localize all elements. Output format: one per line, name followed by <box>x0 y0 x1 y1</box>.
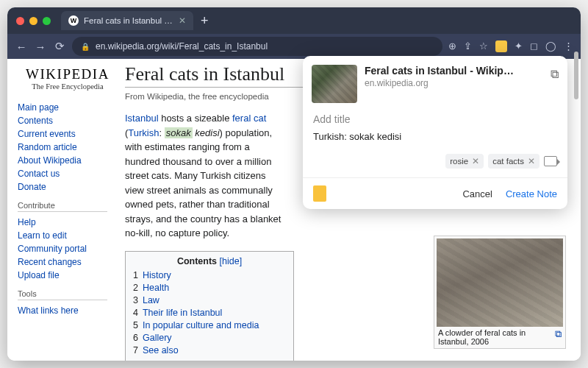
toolbar: ← → ⟳ 🔒 en.wikipedia.org/wiki/Feral_cats… <box>7 34 581 59</box>
toolbar-icons: ⊕ ⇪ ☆ ✦ ◻ ◯ ⋮ <box>448 40 573 52</box>
sidebar-link[interactable]: Community portal <box>18 242 118 255</box>
toc-link[interactable]: See also <box>143 345 179 355</box>
sidebar-link[interactable]: Random article <box>18 141 118 154</box>
table-of-contents: Contents [hide] 1History2Health3Law4Thei… <box>125 251 294 361</box>
wikipedia-logo[interactable]: WIKIPEDIA <box>18 66 118 82</box>
minimize-window[interactable] <box>29 17 37 25</box>
sidebar-link[interactable]: Contact us <box>18 167 118 180</box>
sidebar-link[interactable]: Help <box>18 216 118 229</box>
address-bar[interactable]: 🔒 en.wikipedia.org/wiki/Feral_cats_in_Is… <box>72 37 442 56</box>
close-tab-icon[interactable]: ✕ <box>179 15 186 26</box>
tag-chip[interactable]: rosie✕ <box>445 154 484 169</box>
note-body-text[interactable]: Turkish: sokak kedisi <box>313 131 557 142</box>
link-istanbul[interactable]: Istanbul <box>125 113 159 124</box>
sidebar-head-tools: Tools <box>18 289 107 300</box>
sidebar-link[interactable]: Main page <box>18 101 118 114</box>
toc-item: 7See also <box>133 344 286 357</box>
share-icon[interactable]: ⇪ <box>464 40 472 52</box>
sidebar-link[interactable]: Recent changes <box>18 255 118 269</box>
cancel-button[interactable]: Cancel <box>462 188 492 199</box>
sidebar-link[interactable]: What links here <box>18 304 118 317</box>
toc-item: 1History <box>133 269 286 282</box>
keep-extension-icon[interactable] <box>495 40 507 52</box>
toc-item: 3Law <box>133 294 286 307</box>
toc-link[interactable]: In popular culture and media <box>143 320 259 330</box>
note-title-input[interactable]: Add title <box>313 113 557 125</box>
popup-scrollbar[interactable] <box>574 52 578 99</box>
note-source-domain: en.wikipedia.org <box>365 78 543 88</box>
toc-item: 5In popular culture and media <box>133 319 286 332</box>
add-tag-icon[interactable] <box>544 156 557 166</box>
toc-hide-link[interactable]: [hide] <box>220 256 243 266</box>
wikipedia-sidebar: WIKIPEDIA The Free Encyclopedia Main pag… <box>7 59 118 361</box>
enlarge-icon[interactable]: ⧉ <box>555 328 562 346</box>
tag-chip[interactable]: cat facts✕ <box>488 154 539 169</box>
toc-link[interactable]: Law <box>143 295 159 305</box>
reload-button[interactable]: ⟳ <box>53 40 66 53</box>
window-controls <box>16 17 51 25</box>
titlebar: W Feral cats in Istanbul - Wikipe… ✕ + <box>7 7 581 34</box>
extensions-puzzle-icon[interactable]: ✦ <box>514 40 523 52</box>
toc-item: 6Gallery <box>133 332 286 344</box>
lock-icon: 🔒 <box>81 43 90 51</box>
link-turkish[interactable]: Turkish <box>128 127 159 138</box>
article-image[interactable] <box>437 238 563 327</box>
apps-icon[interactable]: ◻ <box>530 40 538 52</box>
forward-button[interactable]: → <box>34 40 47 53</box>
note-thumbnail <box>312 65 357 103</box>
sidebar-link[interactable]: Learn to edit <box>18 229 118 242</box>
browser-window: W Feral cats in Istanbul - Wikipe… ✕ + ←… <box>7 7 581 361</box>
menu-icon[interactable]: ⋮ <box>564 40 573 52</box>
toc-title: Contents [hide] <box>133 256 286 266</box>
sidebar-link[interactable]: Contents <box>18 114 118 127</box>
note-source-title: Feral cats in Istanbul - Wikip… <box>365 65 543 77</box>
link-feral-cat[interactable]: feral cat <box>232 113 266 124</box>
maximize-window[interactable] <box>43 17 51 25</box>
sidebar-link[interactable]: Current events <box>18 127 118 141</box>
sidebar-link[interactable]: About Wikipedia <box>18 154 118 167</box>
toc-link[interactable]: Health <box>143 283 169 293</box>
article-lead-paragraph: Istanbul hosts a sizeable feral cat (Tur… <box>125 111 287 241</box>
keep-app-icon[interactable] <box>313 185 326 202</box>
wikipedia-tagline: The Free Encyclopedia <box>18 82 118 91</box>
back-button[interactable]: ← <box>15 40 28 53</box>
close-window[interactable] <box>16 17 24 25</box>
keep-note-popup: Feral cats in Istanbul - Wikip… en.wikip… <box>303 56 567 209</box>
bookmark-star-icon[interactable]: ☆ <box>479 40 488 52</box>
sidebar-nav-tools: What links here <box>18 304 118 317</box>
toc-item: 2Health <box>133 282 286 294</box>
sidebar-link[interactable]: Donate <box>18 180 118 194</box>
toc-link[interactable]: Gallery <box>143 333 172 343</box>
sidebar-link[interactable]: Upload file <box>18 269 118 282</box>
new-tab-button[interactable]: + <box>201 13 209 29</box>
open-link-icon[interactable]: ⧉ <box>551 68 559 81</box>
sidebar-head-contribute: Contribute <box>18 201 107 212</box>
tab-title: Feral cats in Istanbul - Wikipe… <box>84 16 173 25</box>
toc-link[interactable]: Their life in Istanbul <box>143 308 222 318</box>
toc-link[interactable]: History <box>143 270 171 280</box>
url-text: en.wikipedia.org/wiki/Feral_cats_in_Ista… <box>96 41 268 52</box>
sidebar-nav-contribute: HelpLearn to editCommunity portalRecent … <box>18 216 118 282</box>
profile-avatar-icon[interactable]: ◯ <box>545 40 556 52</box>
article-image-box: A clowder of feral cats in Istanbul, 200… <box>434 236 566 349</box>
toc-item: 4Their life in Istanbul <box>133 307 286 319</box>
note-tags-row: rosie✕cat facts✕ <box>313 154 557 169</box>
create-note-button[interactable]: Create Note <box>506 188 557 199</box>
wikipedia-favicon: W <box>68 15 79 26</box>
browser-tab[interactable]: W Feral cats in Istanbul - Wikipe… ✕ <box>61 11 193 30</box>
sidebar-nav-main: Main pageContentsCurrent eventsRandom ar… <box>18 101 118 194</box>
remove-tag-icon[interactable]: ✕ <box>472 156 479 166</box>
zoom-icon[interactable]: ⊕ <box>448 40 456 52</box>
highlighted-term: sokak <box>165 127 193 138</box>
remove-tag-icon[interactable]: ✕ <box>528 156 535 166</box>
image-caption: A clowder of feral cats in Istanbul, 200… <box>438 328 552 346</box>
